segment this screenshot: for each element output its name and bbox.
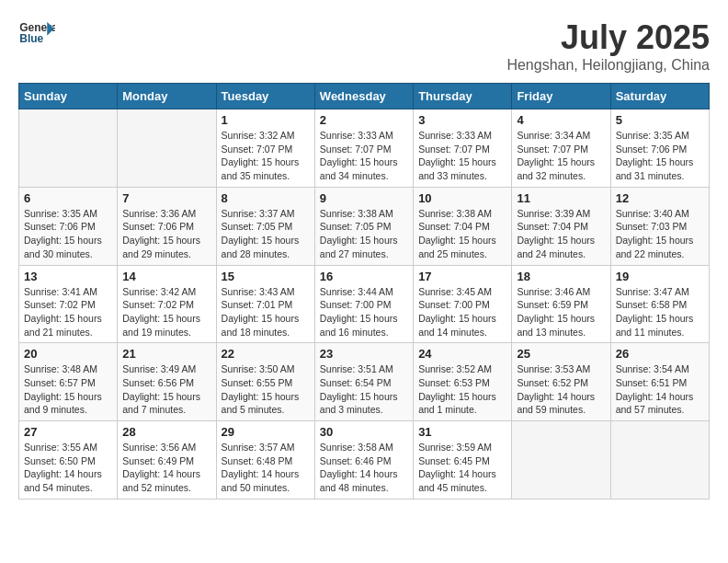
weekday-header: Monday [118, 84, 216, 109]
day-number: 5 [616, 113, 704, 127]
weekday-header: Wednesday [314, 84, 413, 109]
calendar-day-cell: 19Sunrise: 3:47 AM Sunset: 6:58 PM Dayli… [610, 265, 709, 343]
day-number: 7 [122, 191, 210, 205]
day-info: Sunrise: 3:41 AM Sunset: 7:02 PM Dayligh… [24, 285, 112, 339]
day-info: Sunrise: 3:34 AM Sunset: 7:07 PM Dayligh… [517, 129, 605, 183]
calendar-day-cell [19, 109, 118, 188]
day-info: Sunrise: 3:58 AM Sunset: 6:46 PM Dayligh… [320, 441, 408, 495]
calendar-table: SundayMondayTuesdayWednesdayThursdayFrid… [18, 83, 710, 500]
page-header: General Blue July 2025 Hengshan, Heilong… [18, 18, 710, 74]
calendar-day-cell: 31Sunrise: 3:59 AM Sunset: 6:45 PM Dayli… [414, 421, 512, 500]
weekday-header: Friday [512, 84, 610, 109]
day-info: Sunrise: 3:46 AM Sunset: 6:59 PM Dayligh… [517, 285, 605, 339]
calendar-day-cell: 16Sunrise: 3:44 AM Sunset: 7:00 PM Dayli… [314, 265, 413, 343]
day-number: 12 [616, 191, 704, 205]
weekday-header: Thursday [414, 84, 512, 109]
day-number: 2 [320, 113, 408, 127]
calendar-week-row: 1Sunrise: 3:32 AM Sunset: 7:07 PM Daylig… [19, 109, 710, 188]
title-section: July 2025 Hengshan, Heilongjiang, China [506, 18, 710, 74]
day-number: 18 [517, 270, 605, 283]
calendar-day-cell: 15Sunrise: 3:43 AM Sunset: 7:01 PM Dayli… [216, 265, 314, 343]
calendar-day-cell: 13Sunrise: 3:41 AM Sunset: 7:02 PM Dayli… [19, 265, 118, 343]
calendar-week-row: 13Sunrise: 3:41 AM Sunset: 7:02 PM Dayli… [19, 265, 710, 343]
day-info: Sunrise: 3:45 AM Sunset: 7:00 PM Dayligh… [418, 285, 506, 339]
calendar-day-cell: 14Sunrise: 3:42 AM Sunset: 7:02 PM Dayli… [118, 265, 216, 343]
weekday-header: Sunday [19, 84, 118, 109]
day-number: 29 [222, 425, 310, 439]
calendar-day-cell: 2Sunrise: 3:33 AM Sunset: 7:07 PM Daylig… [314, 109, 413, 188]
calendar-day-cell: 1Sunrise: 3:32 AM Sunset: 7:07 PM Daylig… [216, 109, 314, 188]
logo-icon: General Blue [18, 18, 55, 46]
day-number: 15 [222, 270, 310, 283]
day-info: Sunrise: 3:56 AM Sunset: 6:49 PM Dayligh… [122, 441, 210, 495]
calendar-day-cell: 4Sunrise: 3:34 AM Sunset: 7:07 PM Daylig… [512, 109, 610, 188]
weekday-header-row: SundayMondayTuesdayWednesdayThursdayFrid… [19, 84, 710, 109]
day-number: 28 [122, 425, 210, 439]
calendar-week-row: 27Sunrise: 3:55 AM Sunset: 6:50 PM Dayli… [19, 421, 710, 500]
day-number: 8 [222, 191, 310, 205]
day-number: 6 [24, 191, 112, 205]
calendar-day-cell: 10Sunrise: 3:38 AM Sunset: 7:04 PM Dayli… [414, 187, 512, 265]
day-number: 19 [616, 270, 704, 283]
day-info: Sunrise: 3:38 AM Sunset: 7:05 PM Dayligh… [320, 207, 408, 261]
weekday-header: Saturday [610, 84, 709, 109]
day-number: 3 [418, 113, 506, 127]
day-info: Sunrise: 3:47 AM Sunset: 6:58 PM Dayligh… [616, 285, 704, 339]
calendar-day-cell: 21Sunrise: 3:49 AM Sunset: 6:56 PM Dayli… [118, 343, 216, 421]
calendar-day-cell: 28Sunrise: 3:56 AM Sunset: 6:49 PM Dayli… [118, 421, 216, 500]
calendar-day-cell: 23Sunrise: 3:51 AM Sunset: 6:54 PM Dayli… [314, 343, 413, 421]
day-info: Sunrise: 3:38 AM Sunset: 7:04 PM Dayligh… [418, 207, 506, 261]
day-info: Sunrise: 3:48 AM Sunset: 6:57 PM Dayligh… [24, 362, 112, 417]
day-number: 21 [122, 347, 210, 361]
day-info: Sunrise: 3:54 AM Sunset: 6:51 PM Dayligh… [616, 362, 704, 417]
calendar-day-cell: 18Sunrise: 3:46 AM Sunset: 6:59 PM Dayli… [512, 265, 610, 343]
day-number: 20 [24, 347, 112, 361]
day-info: Sunrise: 3:50 AM Sunset: 6:55 PM Dayligh… [222, 362, 310, 417]
month-year-title: July 2025 [506, 18, 710, 57]
day-number: 24 [418, 347, 506, 361]
calendar-day-cell: 29Sunrise: 3:57 AM Sunset: 6:48 PM Dayli… [216, 421, 314, 500]
calendar-day-cell: 27Sunrise: 3:55 AM Sunset: 6:50 PM Dayli… [19, 421, 118, 500]
day-info: Sunrise: 3:57 AM Sunset: 6:48 PM Dayligh… [222, 441, 310, 495]
calendar-day-cell: 17Sunrise: 3:45 AM Sunset: 7:00 PM Dayli… [414, 265, 512, 343]
calendar-day-cell: 9Sunrise: 3:38 AM Sunset: 7:05 PM Daylig… [314, 187, 413, 265]
day-info: Sunrise: 3:37 AM Sunset: 7:05 PM Dayligh… [222, 207, 310, 261]
calendar-day-cell: 7Sunrise: 3:36 AM Sunset: 7:06 PM Daylig… [118, 187, 216, 265]
day-number: 22 [222, 347, 310, 361]
day-number: 30 [320, 425, 408, 439]
day-number: 16 [320, 270, 408, 283]
calendar-day-cell: 8Sunrise: 3:37 AM Sunset: 7:05 PM Daylig… [216, 187, 314, 265]
day-number: 1 [222, 113, 310, 127]
calendar-day-cell: 11Sunrise: 3:39 AM Sunset: 7:04 PM Dayli… [512, 187, 610, 265]
day-info: Sunrise: 3:43 AM Sunset: 7:01 PM Dayligh… [222, 285, 310, 339]
day-info: Sunrise: 3:49 AM Sunset: 6:56 PM Dayligh… [122, 362, 210, 417]
day-number: 26 [616, 347, 704, 361]
calendar-day-cell: 30Sunrise: 3:58 AM Sunset: 6:46 PM Dayli… [314, 421, 413, 500]
day-info: Sunrise: 3:53 AM Sunset: 6:52 PM Dayligh… [517, 362, 605, 417]
day-info: Sunrise: 3:55 AM Sunset: 6:50 PM Dayligh… [24, 441, 112, 495]
day-number: 14 [122, 270, 210, 283]
day-number: 10 [418, 191, 506, 205]
day-info: Sunrise: 3:51 AM Sunset: 6:54 PM Dayligh… [320, 362, 408, 417]
day-info: Sunrise: 3:33 AM Sunset: 7:07 PM Dayligh… [418, 129, 506, 183]
calendar-week-row: 6Sunrise: 3:35 AM Sunset: 7:06 PM Daylig… [19, 187, 710, 265]
day-number: 23 [320, 347, 408, 361]
day-info: Sunrise: 3:52 AM Sunset: 6:53 PM Dayligh… [418, 362, 506, 417]
day-number: 17 [418, 270, 506, 283]
svg-text:Blue: Blue [19, 32, 43, 45]
calendar-day-cell [610, 421, 709, 500]
day-number: 31 [418, 425, 506, 439]
calendar-day-cell: 5Sunrise: 3:35 AM Sunset: 7:06 PM Daylig… [610, 109, 709, 188]
calendar-day-cell: 20Sunrise: 3:48 AM Sunset: 6:57 PM Dayli… [19, 343, 118, 421]
day-info: Sunrise: 3:36 AM Sunset: 7:06 PM Dayligh… [122, 207, 210, 261]
calendar-week-row: 20Sunrise: 3:48 AM Sunset: 6:57 PM Dayli… [19, 343, 710, 421]
day-info: Sunrise: 3:32 AM Sunset: 7:07 PM Dayligh… [222, 129, 310, 183]
calendar-day-cell: 26Sunrise: 3:54 AM Sunset: 6:51 PM Dayli… [610, 343, 709, 421]
day-number: 9 [320, 191, 408, 205]
day-info: Sunrise: 3:35 AM Sunset: 7:06 PM Dayligh… [24, 207, 112, 261]
calendar-day-cell [512, 421, 610, 500]
calendar-day-cell: 12Sunrise: 3:40 AM Sunset: 7:03 PM Dayli… [610, 187, 709, 265]
day-info: Sunrise: 3:39 AM Sunset: 7:04 PM Dayligh… [517, 207, 605, 261]
weekday-header: Tuesday [216, 84, 314, 109]
calendar-day-cell: 22Sunrise: 3:50 AM Sunset: 6:55 PM Dayli… [216, 343, 314, 421]
